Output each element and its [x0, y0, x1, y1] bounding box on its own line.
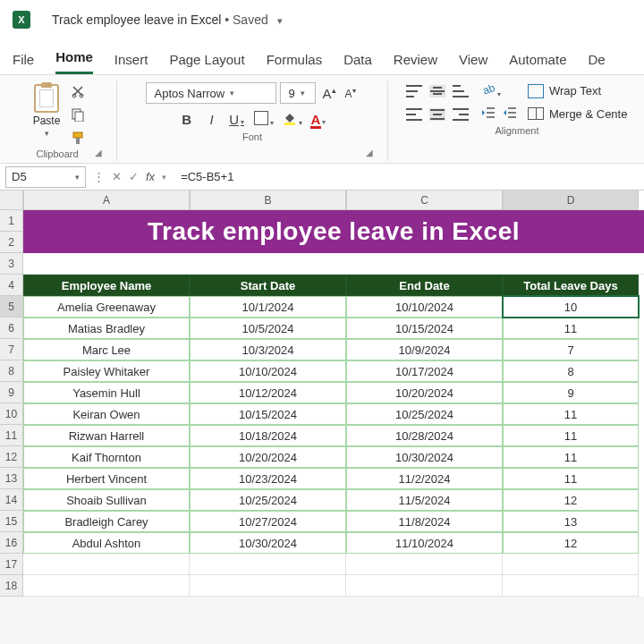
- header-cell[interactable]: End Date: [346, 275, 503, 296]
- merge-center-button[interactable]: Merge & Cente: [528, 107, 627, 121]
- col-header[interactable]: C: [346, 191, 503, 210]
- tab-insert[interactable]: Insert: [114, 52, 148, 74]
- cell[interactable]: 10/28/2024: [346, 425, 503, 446]
- col-header[interactable]: A: [23, 191, 190, 210]
- dialog-launcher-icon[interactable]: ◢: [366, 148, 373, 157]
- tab-data[interactable]: Data: [343, 52, 372, 74]
- tab-review[interactable]: Review: [394, 52, 437, 74]
- cancel-icon[interactable]: ✕: [112, 170, 122, 183]
- chevron-down-icon[interactable]: ▾: [230, 89, 234, 97]
- align-bottom-icon[interactable]: [453, 85, 469, 97]
- fill-color-button[interactable]: ▾: [283, 111, 302, 128]
- cell[interactable]: 10/20/2024: [346, 382, 503, 403]
- cell[interactable]: 10/25/2024: [346, 403, 503, 425]
- table-row[interactable]: Herbert Vincent10/23/202411/2/202411: [23, 468, 644, 489]
- cell[interactable]: 10/15/2024: [190, 403, 346, 425]
- cut-icon[interactable]: [71, 84, 85, 98]
- cell[interactable]: 11: [503, 446, 639, 468]
- cell[interactable]: 11: [503, 468, 639, 489]
- chevron-down-icon[interactable]: ▾: [75, 173, 80, 182]
- row-header[interactable]: 13: [0, 468, 23, 489]
- header-row[interactable]: Employee Name Start Date End Date Total …: [23, 275, 644, 296]
- cell[interactable]: 11/5/2024: [346, 489, 503, 511]
- chevron-down-icon[interactable]: ▾: [162, 173, 166, 182]
- fx-icon[interactable]: fx: [146, 170, 155, 183]
- cell[interactable]: 10/20/2024: [190, 446, 346, 468]
- format-painter-icon[interactable]: [71, 131, 85, 145]
- cell[interactable]: Marc Lee: [23, 339, 190, 360]
- tab-developer[interactable]: De: [588, 52, 605, 74]
- header-cell[interactable]: Employee Name: [23, 275, 190, 296]
- row-header[interactable]: 8: [0, 360, 23, 382]
- align-middle-icon[interactable]: [429, 85, 445, 97]
- cell[interactable]: 11: [503, 425, 639, 446]
- empty-row[interactable]: [23, 575, 644, 597]
- borders-button[interactable]: ▾: [254, 111, 274, 128]
- cell[interactable]: Shoaib Sullivan: [23, 489, 190, 511]
- cell[interactable]: 10: [503, 296, 639, 318]
- table-row[interactable]: Marc Lee10/3/202410/9/20247: [23, 339, 644, 360]
- select-all-corner[interactable]: [0, 191, 23, 210]
- cell[interactable]: 10/10/2024: [190, 360, 346, 382]
- table-row[interactable]: Matias Bradley10/5/202410/15/202411: [23, 318, 644, 339]
- cell[interactable]: 10/18/2024: [190, 425, 346, 446]
- cell[interactable]: 9: [503, 382, 639, 403]
- cell[interactable]: 10/3/2024: [190, 339, 346, 360]
- row-header[interactable]: 18: [0, 575, 23, 597]
- cell[interactable]: 10/17/2024: [346, 360, 503, 382]
- empty-row[interactable]: [23, 253, 644, 275]
- cell[interactable]: 11: [503, 403, 639, 425]
- chevron-down-icon[interactable]: ▾: [45, 129, 49, 138]
- tab-file[interactable]: File: [13, 52, 34, 74]
- orientation-icon[interactable]: ab▾: [481, 82, 501, 99]
- cell[interactable]: Paisley Whitaker: [23, 360, 190, 382]
- cell[interactable]: Abdul Ashton: [23, 532, 190, 554]
- bold-button[interactable]: B: [179, 112, 195, 127]
- cell[interactable]: Keiran Owen: [23, 403, 190, 425]
- row-header[interactable]: 17: [0, 554, 23, 575]
- wrap-text-button[interactable]: Wrap Text: [528, 84, 627, 98]
- row-header[interactable]: 1: [0, 210, 23, 232]
- cell[interactable]: 10/23/2024: [190, 468, 346, 489]
- col-header[interactable]: B: [190, 191, 346, 210]
- cell[interactable]: Herbert Vincent: [23, 468, 190, 489]
- cell[interactable]: Kaif Thornton: [23, 446, 190, 468]
- row-header[interactable]: 4: [0, 275, 23, 296]
- copy-icon[interactable]: [71, 107, 85, 122]
- cell[interactable]: Bradleigh Carey: [23, 511, 190, 532]
- cell[interactable]: 11/8/2024: [346, 511, 503, 532]
- chevron-down-icon[interactable]: ▾: [277, 15, 283, 26]
- underline-button[interactable]: U▾: [229, 112, 245, 127]
- row-header[interactable]: 16: [0, 532, 23, 554]
- more-icon[interactable]: ⋮: [93, 170, 105, 183]
- row-header[interactable]: 7: [0, 339, 23, 360]
- cell[interactable]: 11/10/2024: [346, 532, 503, 554]
- paste-button[interactable]: Paste ▾: [30, 82, 64, 140]
- cell[interactable]: 13: [503, 511, 639, 532]
- increase-indent-icon[interactable]: [503, 106, 517, 122]
- font-color-button[interactable]: A▾: [311, 112, 326, 127]
- cell[interactable]: 11: [503, 318, 639, 339]
- cell[interactable]: 10/12/2024: [190, 382, 346, 403]
- align-left-icon[interactable]: [406, 108, 422, 121]
- row-header[interactable]: 9: [0, 382, 23, 403]
- cell[interactable]: 10/25/2024: [190, 489, 346, 511]
- table-row[interactable]: Yasemin Hull10/12/202410/20/20249: [23, 382, 644, 403]
- row-header[interactable]: 6: [0, 318, 23, 339]
- row-header[interactable]: 14: [0, 489, 23, 511]
- table-row[interactable]: Abdul Ashton10/30/202411/10/202412: [23, 532, 644, 554]
- formula-input[interactable]: =C5-B5+1: [174, 170, 644, 183]
- col-header[interactable]: D: [503, 191, 639, 210]
- table-row[interactable]: Amelia Greenaway10/1/202410/10/202410: [23, 296, 644, 318]
- font-name-combo[interactable]: Aptos Narrow▾: [146, 82, 276, 104]
- cell[interactable]: 10/1/2024: [190, 296, 346, 318]
- cell[interactable]: 10/30/2024: [190, 532, 346, 554]
- cell[interactable]: Amelia Greenaway: [23, 296, 190, 318]
- row-header[interactable]: 15: [0, 511, 23, 532]
- chevron-down-icon[interactable]: ▾: [301, 89, 305, 97]
- row-header[interactable]: 3: [0, 253, 23, 275]
- cell[interactable]: Rizwan Harrell: [23, 425, 190, 446]
- row-header[interactable]: 11: [0, 425, 23, 446]
- increase-font-icon[interactable]: A▴: [319, 86, 338, 101]
- table-row[interactable]: Keiran Owen10/15/202410/25/202411: [23, 403, 644, 425]
